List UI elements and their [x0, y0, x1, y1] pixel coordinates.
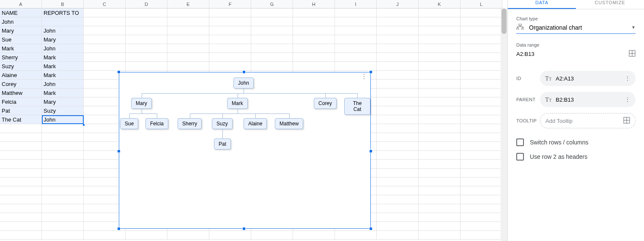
cell[interactable] — [377, 80, 419, 89]
chart-resize-handle[interactable] — [117, 70, 121, 74]
cell[interactable] — [419, 177, 460, 186]
scrollbar-thumb[interactable] — [501, 8, 507, 34]
cell[interactable] — [419, 8, 460, 17]
cell[interactable] — [126, 17, 167, 26]
cell[interactable] — [0, 133, 42, 142]
cell[interactable]: NAME — [0, 8, 42, 17]
cell[interactable] — [460, 89, 502, 97]
cell[interactable] — [377, 124, 419, 133]
cell[interactable] — [293, 44, 335, 53]
cell[interactable] — [0, 169, 42, 177]
cell[interactable] — [377, 213, 419, 222]
cell[interactable] — [335, 8, 377, 17]
col-header-h[interactable]: H — [293, 0, 335, 8]
cell[interactable] — [126, 35, 167, 44]
cell[interactable] — [126, 62, 167, 71]
col-header-j[interactable]: J — [377, 0, 419, 8]
cell[interactable] — [460, 204, 502, 213]
chart-resize-handle[interactable] — [369, 70, 373, 74]
cell[interactable] — [419, 89, 460, 97]
cell[interactable] — [42, 169, 84, 177]
cell[interactable]: Mark — [42, 71, 84, 80]
cell[interactable] — [335, 17, 377, 26]
cell[interactable] — [42, 133, 84, 142]
cell[interactable] — [419, 186, 460, 195]
cell[interactable] — [84, 8, 126, 17]
id-series-menu-icon[interactable]: ⋮ — [625, 78, 630, 79]
cell[interactable] — [419, 124, 460, 133]
col-header-d[interactable]: D — [126, 0, 167, 8]
cell[interactable]: The Cat — [0, 115, 42, 124]
cell[interactable]: Suzy — [0, 62, 42, 71]
cell[interactable] — [377, 186, 419, 195]
org-node[interactable]: Sherry — [178, 118, 202, 129]
cell[interactable] — [460, 17, 502, 26]
chart-resize-handle[interactable] — [242, 70, 246, 74]
cell[interactable] — [419, 222, 460, 231]
cell[interactable] — [84, 26, 126, 35]
cell[interactable] — [0, 124, 42, 133]
tooltip-series-pill[interactable]: Add Tooltip — [540, 113, 636, 128]
cell[interactable] — [0, 195, 42, 204]
cell[interactable] — [0, 204, 42, 213]
cell[interactable]: John — [42, 115, 84, 124]
cell[interactable] — [293, 26, 335, 35]
cell[interactable] — [0, 213, 42, 222]
cell[interactable] — [460, 151, 502, 160]
org-node[interactable]: Alaine — [244, 118, 267, 129]
cell[interactable] — [377, 53, 419, 62]
chart-resize-handle[interactable] — [117, 227, 121, 230]
cell[interactable] — [419, 62, 460, 71]
cell[interactable] — [377, 133, 419, 142]
org-node[interactable]: Felcia — [145, 118, 168, 129]
cell[interactable]: Pat — [0, 106, 42, 115]
cell[interactable]: REPORTS TO — [42, 8, 84, 17]
cell[interactable] — [42, 177, 84, 186]
cell[interactable] — [460, 115, 502, 124]
cell[interactable] — [209, 17, 251, 26]
org-node[interactable]: Suzy — [212, 118, 233, 129]
cell[interactable]: Suzy — [42, 106, 84, 115]
cell[interactable] — [209, 35, 251, 44]
cell[interactable] — [167, 35, 209, 44]
cell[interactable] — [419, 26, 460, 35]
embedded-chart[interactable]: ⋮ JohnMaryMarkCoreyThe CatSueFelciaSherr… — [119, 72, 371, 229]
cell[interactable] — [42, 142, 84, 151]
cell[interactable] — [42, 186, 84, 195]
cell[interactable] — [377, 44, 419, 53]
cell[interactable]: Matthew — [0, 89, 42, 97]
cell[interactable] — [84, 53, 126, 62]
cell[interactable] — [419, 213, 460, 222]
org-node[interactable]: Mark — [227, 98, 248, 109]
cell[interactable] — [0, 177, 42, 186]
cell[interactable] — [377, 8, 419, 17]
id-series-pill[interactable]: TT A2:A13 ⋮ — [540, 71, 636, 86]
cell[interactable] — [335, 231, 377, 240]
cell[interactable] — [251, 53, 293, 62]
cell[interactable] — [42, 213, 84, 222]
cell[interactable]: Mark — [42, 89, 84, 97]
cell[interactable] — [0, 142, 42, 151]
cell[interactable] — [419, 169, 460, 177]
cell[interactable] — [293, 17, 335, 26]
col-header-l[interactable]: L — [460, 0, 502, 8]
org-node[interactable]: The Cat — [344, 98, 370, 115]
cell[interactable] — [84, 231, 126, 240]
cell[interactable] — [377, 177, 419, 186]
cell[interactable] — [293, 62, 335, 71]
chart-resize-handle[interactable] — [369, 227, 373, 230]
cell[interactable] — [126, 44, 167, 53]
cell[interactable] — [377, 160, 419, 169]
cell[interactable] — [42, 17, 84, 26]
cell[interactable] — [419, 133, 460, 142]
cell[interactable]: Mary — [0, 26, 42, 35]
cell[interactable] — [167, 231, 209, 240]
cell[interactable] — [293, 231, 335, 240]
cell[interactable] — [460, 62, 502, 71]
cell[interactable]: Sherry — [0, 53, 42, 62]
cell[interactable] — [209, 26, 251, 35]
cell[interactable] — [419, 142, 460, 151]
data-range-value[interactable]: A2:B13 — [516, 51, 534, 57]
cell[interactable] — [419, 53, 460, 62]
cell[interactable] — [126, 231, 167, 240]
